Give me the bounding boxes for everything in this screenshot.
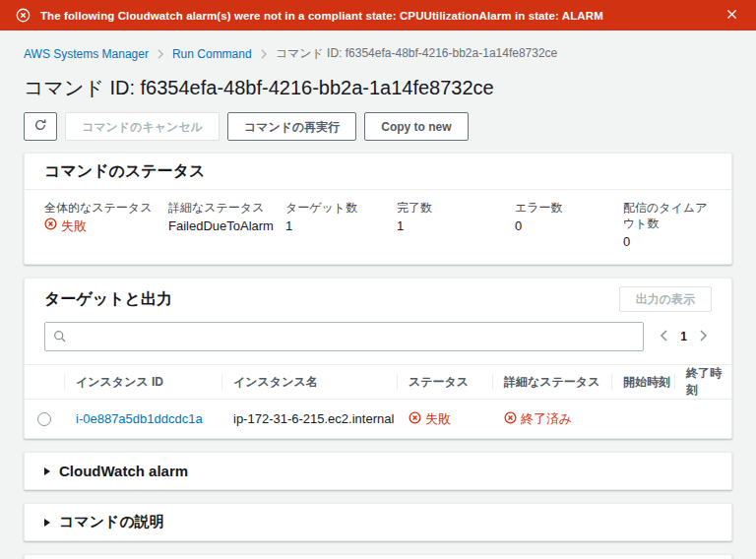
accordion-command-description[interactable]: コマンドの説明 [24,503,732,541]
chevron-right-icon [699,330,708,344]
accordion-title: コマンドの説明 [59,513,164,531]
targets-table: インスタンス ID インスタンス名 ステータス 詳細なステータス 開始時刻 終了… [25,364,731,438]
cancel-command-button[interactable]: コマンドのキャンセル [65,112,220,141]
expand-triangle-icon [44,519,50,527]
delivery-timeout-label: 配信のタイムアウト数 [623,200,712,231]
rerun-command-button[interactable]: コマンドの再実行 [227,112,356,141]
chevron-right-icon [260,49,268,59]
delivery-timeout-value: 0 [623,233,712,251]
breadcrumb-systems-manager[interactable]: AWS Systems Manager [24,47,149,61]
refresh-icon [33,118,47,135]
completed-count-value: 1 [397,217,515,235]
breadcrumb-current: コマンド ID: f6354efa-48bf-4216-bb2a-1a14fe8… [276,45,558,62]
target-count-label: ターゲット数 [285,200,397,216]
toolbar: コマンドのキャンセル コマンドの再実行 Copy to new [24,112,732,141]
chevron-right-icon [157,49,164,59]
accordion-command-parameters[interactable]: コマンドのパラメータ [24,554,732,559]
error-flashbar: The following Cloudwatch alarm(s) were n… [0,0,756,31]
detailed-status-label: 詳細なステータス [168,200,285,216]
row-status-value: 失敗 [425,410,451,428]
col-header-start-time: 開始時刻 [611,365,674,399]
table-row: i-0e887a5db1ddcdc1a ip-172-31-6-215.ec2.… [25,399,731,438]
search-icon [53,330,67,346]
accordion-title: CloudWatch alarm [59,463,188,479]
row-start-time [611,400,674,438]
col-header-end-time: 終了時刻 [674,365,731,399]
row-end-time [674,400,731,438]
breadcrumb: AWS Systems Manager Run Command コマンド ID:… [24,31,732,62]
error-circle-icon [16,8,31,23]
command-status-title: コマンドのステータス [44,161,205,181]
previous-page-button[interactable] [658,328,670,346]
page-title: コマンド ID: f6354efa-48bf-4216-bb2a-1a14fe8… [24,75,732,101]
error-count-value: 0 [515,217,623,235]
targets-output-card: ターゲットと出力 出力の表示 1 [24,278,732,439]
detailed-status-value: FailedDueToAlarm [168,217,285,235]
table-header-row: インスタンス ID インスタンス名 ステータス 詳細なステータス 開始時刻 終了… [25,365,731,399]
overall-status-label: 全体的なステータス [44,200,168,216]
col-header-detailed-status: 詳細なステータス [492,365,611,399]
target-count-value: 1 [285,217,397,235]
search-input[interactable] [44,322,644,351]
filter-row: 1 [25,320,731,364]
error-count-label: エラー数 [515,200,623,216]
completed-count-label: 完了数 [397,200,515,216]
flashbar-message: The following Cloudwatch alarm(s) were n… [40,10,714,22]
status-error-icon [409,411,421,427]
row-radio-button[interactable] [37,412,51,426]
row-detailed-status-value: 終了済み [521,410,572,428]
next-page-button[interactable] [697,328,710,346]
command-status-card: コマンドのステータス 全体的なステータス 失敗 詳細なステータス FailedD… [24,153,732,265]
pagination: 1 [656,328,712,346]
command-status-grid: 全体的なステータス 失敗 詳細なステータス FailedDueToAlarm タ… [25,190,731,264]
main-content: AWS Systems Manager Run Command コマンド ID:… [0,31,756,559]
col-header-status: ステータス [397,365,492,399]
breadcrumb-run-command[interactable]: Run Command [172,47,252,61]
accordion-cloudwatch-alarm[interactable]: CloudWatch alarm [24,452,732,490]
col-header-instance-name: インスタンス名 [221,365,397,399]
status-error-icon [504,411,517,427]
instance-id-link[interactable]: i-0e887a5db1ddcdc1a [76,411,203,426]
status-error-icon [44,217,57,235]
col-header-instance-id: インスタンス ID [64,365,221,399]
refresh-button[interactable] [24,112,57,141]
close-icon [725,8,738,24]
instance-name-cell: ip-172-31-6-215.ec2.internal [221,400,397,438]
current-page-number: 1 [680,330,687,343]
expand-triangle-icon [44,467,50,475]
targets-output-title: ターゲットと出力 [44,289,172,309]
view-output-button[interactable]: 出力の表示 [619,286,712,312]
flashbar-close-button[interactable] [724,6,740,26]
overall-status-value: 失敗 [61,217,87,235]
copy-to-new-button[interactable]: Copy to new [364,112,468,141]
chevron-left-icon [660,330,668,344]
